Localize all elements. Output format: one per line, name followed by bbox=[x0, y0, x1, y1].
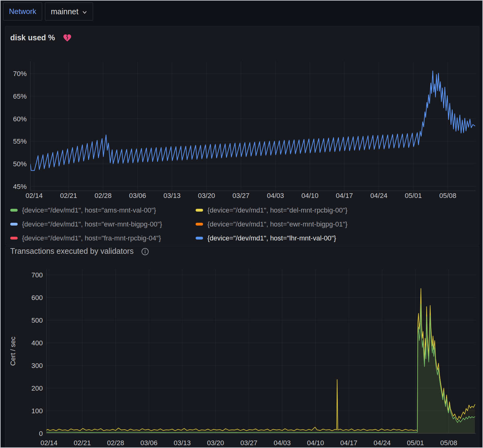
legend-label: {device="/dev/md1", host="fra-mnt-rpcbig… bbox=[22, 234, 161, 242]
svg-text:04/17: 04/17 bbox=[340, 439, 357, 447]
legend-item-0[interactable]: {device="/dev/md1", host="ams-mnt-val-00… bbox=[10, 203, 196, 217]
legend-label: {device="/dev/md1", host="del-mnt-rpcbig… bbox=[207, 206, 348, 214]
legend-swatch bbox=[196, 209, 203, 212]
svg-text:03/13: 03/13 bbox=[163, 192, 180, 199]
legend-item-5[interactable]: {device="/dev/md1", host="lhr-mnt-val-00… bbox=[196, 231, 348, 245]
svg-text:02/21: 02/21 bbox=[60, 192, 77, 199]
legend-label: {device="/dev/md1", host="ewr-mnt-bigpg-… bbox=[207, 220, 348, 228]
network-variable-dropdown[interactable]: mainnet bbox=[45, 2, 93, 20]
svg-text:05/08: 05/08 bbox=[440, 439, 457, 447]
disk-legend: {device="/dev/md1", host="ams-mnt-val-00… bbox=[10, 203, 348, 245]
svg-text:0: 0 bbox=[39, 430, 43, 437]
svg-text:02/14: 02/14 bbox=[26, 192, 43, 199]
legend-item-2[interactable]: {device="/dev/md1", host="ewr-mnt-bigpg-… bbox=[10, 217, 196, 231]
legend-label: {device="/dev/md1", host="lhr-mnt-val-00… bbox=[207, 234, 336, 242]
svg-text:04/17: 04/17 bbox=[336, 192, 353, 199]
series-validators-green bbox=[47, 304, 475, 432]
svg-text:500: 500 bbox=[31, 316, 43, 324]
svg-text:03/13: 03/13 bbox=[174, 439, 191, 447]
svg-text:03/27: 03/27 bbox=[240, 439, 257, 447]
svg-text:55%: 55% bbox=[13, 137, 27, 145]
svg-text:04/24: 04/24 bbox=[370, 192, 388, 199]
svg-text:Cert / sec: Cert / sec bbox=[9, 337, 17, 366]
legend-label: {device="/dev/md1", host="ewr-mnt-bigpg-… bbox=[22, 220, 162, 228]
legend-item-4[interactable]: {device="/dev/md1", host="fra-mnt-rpcbig… bbox=[10, 231, 196, 245]
svg-text:700: 700 bbox=[31, 271, 43, 279]
svg-text:70%: 70% bbox=[13, 70, 27, 78]
svg-text:03/20: 03/20 bbox=[207, 439, 224, 447]
svg-text:400: 400 bbox=[31, 339, 43, 347]
variable-bar: Network mainnet bbox=[3, 2, 93, 22]
transactions-chart[interactable]: 02/1402/2102/2803/0603/1303/2003/2704/03… bbox=[6, 249, 479, 448]
svg-text:300: 300 bbox=[31, 362, 43, 370]
legend-label: {device="/dev/md1", host="ams-mnt-val-00… bbox=[22, 206, 156, 214]
svg-text:02/28: 02/28 bbox=[107, 439, 124, 447]
panel-transactions: Transactions executed by validators 02/1… bbox=[5, 246, 479, 448]
disk-chart-svg: 02/1402/2102/2803/0603/1303/2003/2704/03… bbox=[6, 47, 479, 203]
legend-item-1[interactable]: {device="/dev/md1", host="del-mnt-rpcbig… bbox=[196, 203, 348, 217]
panel-disk-used: disk used % 02/1402/2102/2803/0603/1303/… bbox=[5, 26, 479, 245]
series-validators-yellow bbox=[47, 289, 475, 431]
svg-text:04/03: 04/03 bbox=[274, 439, 291, 447]
svg-text:04/24: 04/24 bbox=[374, 439, 391, 447]
legend-swatch bbox=[196, 237, 203, 240]
svg-text:04/03: 04/03 bbox=[267, 192, 284, 199]
svg-text:02/21: 02/21 bbox=[74, 439, 91, 447]
network-variable-value[interactable]: mainnet bbox=[51, 7, 78, 16]
svg-text:05/08: 05/08 bbox=[439, 192, 456, 199]
svg-text:03/27: 03/27 bbox=[233, 192, 250, 199]
svg-text:65%: 65% bbox=[13, 92, 27, 100]
svg-text:03/20: 03/20 bbox=[198, 192, 215, 199]
chevron-down-icon bbox=[82, 7, 87, 16]
svg-text:04/10: 04/10 bbox=[307, 439, 324, 447]
disk-panel-title[interactable]: disk used % bbox=[10, 33, 55, 42]
legend-item-3[interactable]: {device="/dev/md1", host="ewr-mnt-bigpg-… bbox=[196, 217, 348, 231]
network-variable-label-box: Network bbox=[3, 2, 42, 20]
series-lhr-mnt-val-00 bbox=[30, 71, 475, 171]
legend-swatch bbox=[10, 237, 18, 240]
svg-text:60%: 60% bbox=[13, 115, 27, 123]
svg-text:05/01: 05/01 bbox=[407, 439, 424, 447]
grafana-dashboard: Network mainnet disk used % 02/1402/2102… bbox=[0, 0, 483, 448]
tx-chart-svg: 02/1402/2102/2803/0603/1303/2003/2704/03… bbox=[6, 249, 479, 448]
svg-text:45%: 45% bbox=[13, 183, 27, 190]
svg-text:04/10: 04/10 bbox=[301, 192, 318, 199]
svg-text:600: 600 bbox=[31, 294, 43, 302]
svg-text:02/14: 02/14 bbox=[40, 439, 57, 447]
legend-swatch bbox=[10, 209, 18, 212]
disk-used-chart[interactable]: 02/1402/2102/2803/0603/1303/2003/2704/03… bbox=[6, 47, 479, 203]
svg-text:03/06: 03/06 bbox=[140, 439, 157, 447]
legend-swatch bbox=[196, 223, 203, 226]
legend-swatch bbox=[10, 223, 18, 226]
svg-text:100: 100 bbox=[31, 407, 43, 415]
svg-text:02/28: 02/28 bbox=[95, 192, 112, 199]
svg-text:200: 200 bbox=[31, 384, 43, 392]
broken-heart-icon bbox=[63, 33, 72, 43]
svg-text:03/06: 03/06 bbox=[129, 192, 146, 199]
svg-text:50%: 50% bbox=[13, 160, 27, 168]
network-variable-label: Network bbox=[9, 7, 36, 16]
svg-text:05/01: 05/01 bbox=[405, 192, 422, 199]
